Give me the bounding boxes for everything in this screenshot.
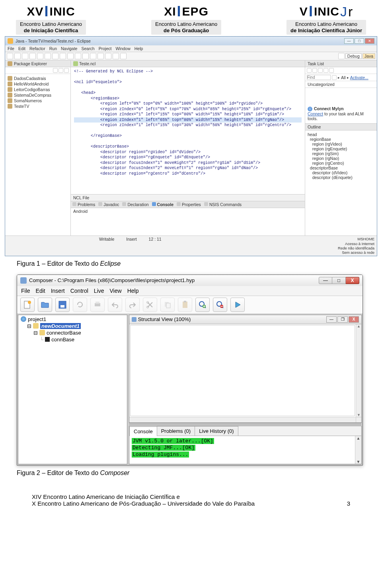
outline-item[interactable]: region (rgSim) <box>308 151 374 156</box>
outline-item[interactable]: region (rgEnquete) <box>308 146 374 151</box>
project-item[interactable]: DadosCadastrais <box>8 76 68 81</box>
toolbar-icon[interactable] <box>14 53 21 59</box>
task-icon[interactable] <box>307 68 312 73</box>
activate-link[interactable]: Activate... <box>350 75 368 80</box>
search-icon[interactable] <box>332 75 337 80</box>
open-icon[interactable] <box>38 298 52 312</box>
menu-project[interactable]: Project <box>99 46 112 51</box>
scrollbar-v[interactable]: ▲▼ <box>355 436 361 464</box>
uncategorized-item[interactable]: Uncategorized <box>305 81 377 88</box>
task-icon[interactable] <box>312 68 317 73</box>
toolbar-icon[interactable] <box>113 53 119 59</box>
tab-problems[interactable]: Problems <box>72 202 95 207</box>
view-icon[interactable] <box>64 68 69 73</box>
outline-item[interactable]: descriptor (dEnquete) <box>308 175 374 180</box>
outline-item[interactable]: regionBase <box>308 137 374 142</box>
zoom-out-icon[interactable] <box>213 298 227 312</box>
task-icon[interactable] <box>329 68 334 73</box>
splitter[interactable] <box>129 423 362 424</box>
menu-search[interactable]: Search <box>81 46 94 51</box>
console-tab[interactable]: Console <box>129 426 157 436</box>
toolbar-icon[interactable] <box>37 53 43 59</box>
eclipse-titlebar[interactable]: Java - TesteTV/media/Teste.ncl - Eclipse… <box>5 37 377 45</box>
toolbar-icon[interactable] <box>29 53 36 59</box>
menu-navigate[interactable]: Navigate <box>61 46 77 51</box>
redo-icon[interactable] <box>125 298 140 312</box>
toolbar-icon[interactable] <box>75 53 81 59</box>
outline-item[interactable]: region (rgVideo) <box>308 142 374 146</box>
menu-run[interactable]: Run <box>49 46 57 51</box>
tree-connector-base[interactable]: ⊟connectorBase <box>33 329 125 336</box>
tab-javadoc[interactable]: Javadoc <box>98 202 119 207</box>
tab-nsis-commands[interactable]: NSIS Commands <box>204 202 242 207</box>
new-icon[interactable] <box>20 298 35 312</box>
toolbar-icon[interactable] <box>60 53 66 59</box>
close-button[interactable]: X <box>346 277 359 284</box>
maximize-button[interactable]: □ <box>355 38 364 44</box>
print-icon[interactable] <box>90 298 105 312</box>
perspective-debug[interactable]: Debug <box>345 53 362 59</box>
zoom-in-icon[interactable] <box>195 298 210 312</box>
toolbar-icon[interactable] <box>67 53 74 59</box>
play-icon[interactable] <box>230 298 245 312</box>
toolbar-icon[interactable] <box>105 53 111 59</box>
cut-icon[interactable] <box>143 298 157 312</box>
close-button[interactable]: ✕ <box>365 38 374 44</box>
paste-icon[interactable] <box>178 298 192 312</box>
toolbar-icon[interactable] <box>90 53 96 59</box>
console-tab[interactable]: Live History (0) <box>195 426 238 436</box>
menu-live[interactable]: Live <box>94 288 104 294</box>
console-output[interactable]: JVM v1.5.0 or later...[OK]Detecting JMF.… <box>129 436 355 464</box>
toolbar-icon[interactable] <box>120 53 127 59</box>
composer-titlebar[interactable]: Composer - C:\Program Files (x86)\Compos… <box>17 275 363 286</box>
menu-window[interactable]: Window <box>115 46 130 51</box>
tab-console[interactable]: Console <box>152 202 173 207</box>
menu-help[interactable]: Help <box>127 288 139 294</box>
copy-icon[interactable] <box>160 298 175 312</box>
view-icon[interactable] <box>53 68 58 73</box>
outline-item[interactable]: descriptorBase <box>308 165 374 170</box>
sub-maximize-button[interactable]: ❐ <box>337 316 348 323</box>
outline-item[interactable]: head <box>308 132 374 137</box>
project-tree[interactable]: project1 ⊟newDocument1 ⊟connectorBase └c… <box>18 315 127 464</box>
project-item[interactable]: TesteTV <box>8 103 68 109</box>
menu-control[interactable]: Control <box>70 288 88 294</box>
toolbar-icon[interactable] <box>97 53 104 59</box>
toolbar-icon[interactable] <box>7 53 13 59</box>
menu-insert[interactable]: Insert <box>51 288 65 294</box>
project-item[interactable]: SomaNumeros <box>8 98 68 103</box>
editor-tab[interactable]: Teste.ncl <box>71 60 305 67</box>
sub-close-button[interactable]: X <box>349 316 359 323</box>
tree-document[interactable]: ⊟newDocument1 <box>27 323 125 329</box>
menu-help[interactable]: Help <box>134 46 143 51</box>
minimize-button[interactable]: — <box>319 277 332 284</box>
outline-item[interactable]: region (rgCentro) <box>308 161 374 165</box>
all-button[interactable]: All <box>341 75 346 80</box>
tree-project[interactable]: project1 <box>21 316 125 323</box>
menu-edit[interactable]: Edit <box>18 46 25 51</box>
outline-tree[interactable]: head regionBase region (rgVideo) region … <box>305 130 377 236</box>
refresh-icon[interactable] <box>73 298 87 312</box>
project-item[interactable]: HelloWorldAndroid <box>8 81 68 87</box>
ncl-file-tab[interactable]: NCL File <box>71 194 305 201</box>
menu-file[interactable]: File <box>8 46 14 51</box>
minimize-button[interactable]: — <box>344 38 354 44</box>
sub-minimize-button[interactable]: — <box>326 316 337 323</box>
structural-canvas[interactable] <box>130 325 355 416</box>
tab-declaration[interactable]: Declaration <box>122 202 148 207</box>
toolbar-icon[interactable] <box>45 53 51 59</box>
console-tab[interactable]: Problems (0) <box>157 426 195 436</box>
view-icon[interactable] <box>58 68 63 73</box>
toolbar-icon[interactable] <box>22 53 28 59</box>
menu-edit[interactable]: Edit <box>36 288 45 294</box>
task-icon[interactable] <box>324 68 328 73</box>
perspective-java[interactable]: Java <box>363 53 375 59</box>
toolbar-icon[interactable] <box>52 53 58 59</box>
project-item[interactable]: LeitorCodigoBarras <box>8 87 68 92</box>
menu-view[interactable]: View <box>110 288 122 294</box>
outline-item[interactable]: region (rgNao) <box>308 156 374 161</box>
console-view[interactable]: Android <box>71 208 305 236</box>
tab-properties[interactable]: Properties <box>177 202 201 207</box>
project-item[interactable]: SistemaDeCompras <box>8 92 68 98</box>
open-perspective-icon[interactable] <box>338 53 345 59</box>
